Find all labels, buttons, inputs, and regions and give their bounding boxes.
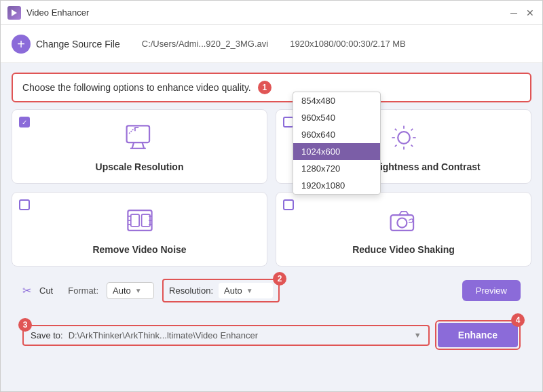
dropdown-item-960x540[interactable]: 960x540 — [293, 109, 380, 126]
noise-label: Remove Video Noise — [92, 244, 186, 255]
resolution-select[interactable]: Auto ▼ — [219, 283, 273, 298]
dropdown-item-1024x600[interactable]: 1024x600 — [293, 143, 380, 160]
plus-icon: + — [12, 35, 31, 54]
save-bar: 3 Save to: D:\ArkThinker\ArkThink...ltim… — [12, 315, 531, 355]
options-grid: Upscale Resolution — [12, 109, 531, 267]
svg-point-27 — [397, 218, 407, 227]
svg-marker-0 — [12, 9, 17, 16]
svg-rect-18 — [130, 214, 138, 227]
minimize-button[interactable]: ─ — [508, 7, 519, 18]
format-arrow-icon: ▼ — [135, 287, 142, 294]
checkbox-noise[interactable] — [19, 199, 30, 210]
svg-line-2 — [132, 142, 134, 149]
close-button[interactable]: ✕ — [525, 7, 536, 18]
enhance-badge: 4 — [511, 313, 525, 327]
cut-button[interactable]: Cut — [39, 286, 53, 296]
svg-rect-1 — [126, 125, 149, 142]
resolution-value: Auto — [224, 286, 242, 296]
window-controls: ─ ✕ — [508, 7, 536, 18]
format-select[interactable]: Auto ▼ — [107, 282, 154, 299]
option-shaking: Reduce Video Shaking — [276, 192, 531, 267]
file-path: C:/Users/Admi...920_2_3MG.avi — [142, 39, 268, 49]
resolution-section: Resolution: Auto ▼ 2 — [162, 279, 280, 302]
hint-badge: 1 — [258, 81, 272, 94]
dropdown-item-854x480[interactable]: 854x480 — [293, 92, 380, 109]
main-content: Choose the following options to enhance … — [1, 63, 542, 391]
camera-icon — [383, 203, 424, 237]
dropdown-item-1280x720[interactable]: 1280x720 — [293, 160, 380, 177]
checkbox-shaking[interactable] — [283, 199, 294, 210]
option-upscale: Upscale Resolution — [12, 109, 267, 184]
svg-line-3 — [142, 142, 144, 149]
scissors-icon: ✂ — [22, 284, 31, 297]
change-source-button[interactable]: + Change Source File — [12, 35, 120, 54]
shaking-label: Reduce Video Shaking — [352, 244, 455, 255]
file-metadata: 1920x1080/00:00:30/2.17 MB — [290, 39, 406, 49]
dropdown-item-960x640[interactable]: 960x640 — [293, 126, 380, 143]
format-value: Auto — [113, 286, 131, 296]
toolbar: + Change Source File C:/Users/Admi...920… — [1, 25, 542, 63]
preview-button[interactable]: Preview — [462, 280, 521, 301]
resolution-label: Resolution: — [169, 286, 213, 296]
svg-line-14 — [411, 145, 413, 147]
format-label: Format: — [68, 286, 98, 296]
window-title: Video Enhancer — [26, 7, 508, 18]
svg-line-13 — [394, 129, 396, 131]
dropdown-item-1920x1080[interactable]: 1920x1080 — [293, 177, 380, 194]
monitor-icon — [119, 121, 160, 155]
brightness-icon — [383, 121, 424, 155]
bottom-controls: ✂ Cut Format: Auto ▼ Resolution: Auto ▼ … — [12, 273, 531, 308]
save-badge: 3 — [18, 318, 32, 332]
main-window: Video Enhancer ─ ✕ + Change Source File … — [0, 0, 543, 392]
save-path: D:\ArkThinker\ArkThink...ltimate\Video E… — [69, 330, 409, 340]
svg-point-8 — [398, 132, 410, 144]
hint-text: Choose the following options to enhance … — [22, 82, 251, 93]
hint-bar: Choose the following options to enhance … — [12, 73, 531, 102]
film-icon — [119, 203, 160, 237]
upscale-label: Upscale Resolution — [96, 161, 184, 172]
enhance-button-section: 4 Enhance — [435, 320, 521, 350]
svg-line-15 — [411, 129, 413, 131]
svg-line-5 — [129, 128, 135, 134]
change-source-label: Change Source File — [36, 39, 120, 50]
enhance-button[interactable]: Enhance — [438, 323, 518, 347]
option-noise: Remove Video Noise — [12, 192, 267, 267]
save-to-label: Save to: — [31, 330, 63, 340]
checkbox-upscale[interactable] — [19, 117, 30, 128]
save-folder-arrow-icon[interactable]: ▼ — [414, 331, 422, 339]
resolution-badge: 2 — [273, 272, 286, 286]
title-bar: Video Enhancer ─ ✕ — [1, 1, 542, 25]
svg-line-16 — [394, 145, 396, 147]
resolution-arrow-icon: ▼ — [246, 287, 253, 294]
save-to-section: 3 Save to: D:\ArkThinker\ArkThink...ltim… — [22, 325, 430, 346]
resolution-dropdown: 854x480 960x540 960x640 1024x600 1280x72… — [293, 92, 381, 195]
app-icon — [7, 6, 21, 20]
svg-rect-19 — [141, 214, 149, 227]
